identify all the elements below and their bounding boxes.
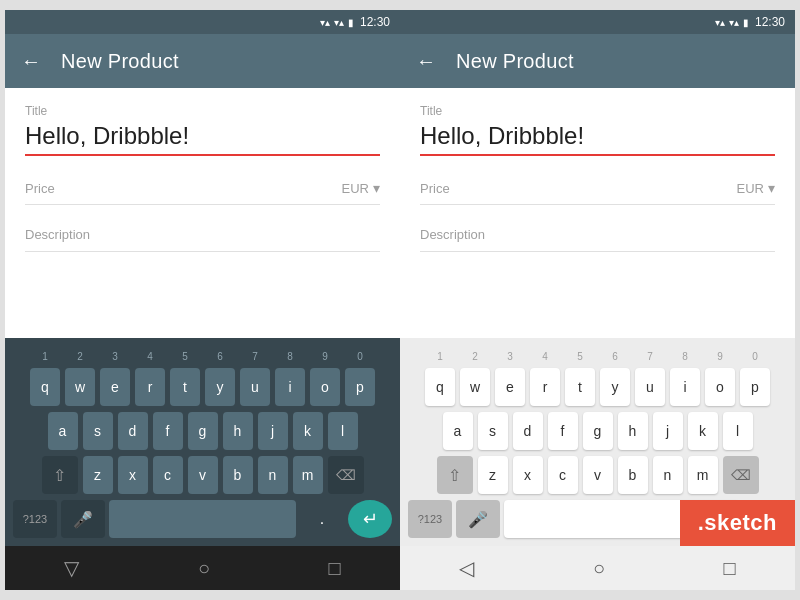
- key-b[interactable]: b: [223, 456, 253, 494]
- lkey-num-9[interactable]: 9: [705, 346, 735, 366]
- lkey-num-5[interactable]: 5: [565, 346, 595, 366]
- title-value-dark[interactable]: Hello, Dribbble!: [25, 122, 380, 156]
- lkey-n[interactable]: n: [653, 456, 683, 494]
- lkey-num-0[interactable]: 0: [740, 346, 770, 366]
- lkey-s[interactable]: s: [478, 412, 508, 450]
- nav-recent-dark[interactable]: □: [329, 557, 341, 580]
- symbols-key-light[interactable]: ?123: [408, 500, 452, 538]
- lkey-a[interactable]: a: [443, 412, 473, 450]
- lkey-num-1[interactable]: 1: [425, 346, 455, 366]
- key-n[interactable]: n: [258, 456, 288, 494]
- lkey-w[interactable]: w: [460, 368, 490, 406]
- lkey-p[interactable]: p: [740, 368, 770, 406]
- lkey-num-2[interactable]: 2: [460, 346, 490, 366]
- lkey-r[interactable]: r: [530, 368, 560, 406]
- key-e[interactable]: e: [100, 368, 130, 406]
- description-field-dark: Description: [25, 225, 380, 252]
- key-m[interactable]: m: [293, 456, 323, 494]
- title-value-light[interactable]: Hello, Dribbble!: [420, 122, 775, 156]
- backspace-key-dark[interactable]: ⌫: [328, 456, 364, 494]
- key-num-0[interactable]: 0: [345, 346, 375, 366]
- lkey-num-7[interactable]: 7: [635, 346, 665, 366]
- back-button-dark[interactable]: ←: [21, 50, 41, 73]
- mic-key-light[interactable]: 🎤: [456, 500, 500, 538]
- lkey-t[interactable]: t: [565, 368, 595, 406]
- lkey-num-6[interactable]: 6: [600, 346, 630, 366]
- lkey-c[interactable]: c: [548, 456, 578, 494]
- currency-dropdown-light[interactable]: ▾: [768, 180, 775, 196]
- key-num-4[interactable]: 4: [135, 346, 165, 366]
- key-f[interactable]: f: [153, 412, 183, 450]
- key-w[interactable]: w: [65, 368, 95, 406]
- key-x[interactable]: x: [118, 456, 148, 494]
- currency-section-dark[interactable]: EUR ▾: [342, 180, 380, 196]
- key-num-5[interactable]: 5: [170, 346, 200, 366]
- key-c[interactable]: c: [153, 456, 183, 494]
- key-y[interactable]: y: [205, 368, 235, 406]
- key-o[interactable]: o: [310, 368, 340, 406]
- key-z[interactable]: z: [83, 456, 113, 494]
- key-r[interactable]: r: [135, 368, 165, 406]
- currency-dropdown-dark[interactable]: ▾: [373, 180, 380, 196]
- enter-key-dark[interactable]: ↵: [348, 500, 392, 538]
- key-num-3[interactable]: 3: [100, 346, 130, 366]
- key-a[interactable]: a: [48, 412, 78, 450]
- lkey-x[interactable]: x: [513, 456, 543, 494]
- key-num-1[interactable]: 1: [30, 346, 60, 366]
- lkey-u[interactable]: u: [635, 368, 665, 406]
- lkey-y[interactable]: y: [600, 368, 630, 406]
- shift-key-light[interactable]: ⇧: [437, 456, 473, 494]
- nav-back-light[interactable]: ◁: [459, 556, 474, 580]
- key-i[interactable]: i: [275, 368, 305, 406]
- lkey-e[interactable]: e: [495, 368, 525, 406]
- lkey-h[interactable]: h: [618, 412, 648, 450]
- description-label-light: Description: [420, 227, 485, 242]
- title-label-light: Title: [420, 104, 775, 118]
- key-k[interactable]: k: [293, 412, 323, 450]
- lkey-d[interactable]: d: [513, 412, 543, 450]
- lkey-l[interactable]: l: [723, 412, 753, 450]
- lkey-z[interactable]: z: [478, 456, 508, 494]
- key-l[interactable]: l: [328, 412, 358, 450]
- currency-section-light[interactable]: EUR ▾: [737, 180, 775, 196]
- nav-recent-light[interactable]: □: [724, 557, 736, 580]
- lkey-b[interactable]: b: [618, 456, 648, 494]
- lkey-f[interactable]: f: [548, 412, 578, 450]
- lkey-num-3[interactable]: 3: [495, 346, 525, 366]
- lkey-q[interactable]: q: [425, 368, 455, 406]
- lkey-m[interactable]: m: [688, 456, 718, 494]
- key-t[interactable]: t: [170, 368, 200, 406]
- lkey-v[interactable]: v: [583, 456, 613, 494]
- symbols-key-dark[interactable]: ?123: [13, 500, 57, 538]
- key-d[interactable]: d: [118, 412, 148, 450]
- back-button-light[interactable]: ←: [416, 50, 436, 73]
- key-v[interactable]: v: [188, 456, 218, 494]
- key-num-6[interactable]: 6: [205, 346, 235, 366]
- key-s[interactable]: s: [83, 412, 113, 450]
- lkey-g[interactable]: g: [583, 412, 613, 450]
- lkey-num-8[interactable]: 8: [670, 346, 700, 366]
- key-u[interactable]: u: [240, 368, 270, 406]
- key-num-8[interactable]: 8: [275, 346, 305, 366]
- mic-key-dark[interactable]: 🎤: [61, 500, 105, 538]
- lkey-j[interactable]: j: [653, 412, 683, 450]
- nav-back-dark[interactable]: ▽: [64, 556, 79, 580]
- lkey-o[interactable]: o: [705, 368, 735, 406]
- lkey-num-4[interactable]: 4: [530, 346, 560, 366]
- key-p[interactable]: p: [345, 368, 375, 406]
- key-num-9[interactable]: 9: [310, 346, 340, 366]
- key-h[interactable]: h: [223, 412, 253, 450]
- lkey-i[interactable]: i: [670, 368, 700, 406]
- key-q[interactable]: q: [30, 368, 60, 406]
- period-key-dark[interactable]: .: [300, 500, 344, 538]
- key-num-2[interactable]: 2: [65, 346, 95, 366]
- nav-home-dark[interactable]: ○: [198, 557, 210, 580]
- key-num-7[interactable]: 7: [240, 346, 270, 366]
- backspace-key-light[interactable]: ⌫: [723, 456, 759, 494]
- space-key-dark[interactable]: [109, 500, 296, 538]
- key-g[interactable]: g: [188, 412, 218, 450]
- shift-key-dark[interactable]: ⇧: [42, 456, 78, 494]
- nav-home-light[interactable]: ○: [593, 557, 605, 580]
- key-j[interactable]: j: [258, 412, 288, 450]
- lkey-k[interactable]: k: [688, 412, 718, 450]
